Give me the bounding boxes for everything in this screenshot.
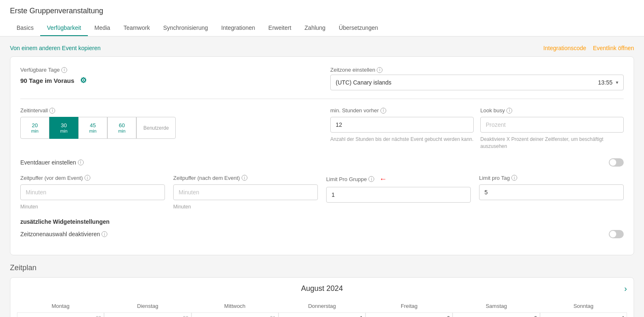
cal-cell-sat[interactable]: 3 (453, 312, 540, 317)
limit-day-input[interactable] (479, 184, 624, 200)
look-busy-info-icon[interactable]: i (506, 108, 512, 114)
day-num-30: 30 (107, 315, 188, 317)
interval-20[interactable]: 20min (20, 117, 49, 139)
min-hours-label: min. Stunden vorher i (330, 107, 474, 114)
min-hours-hint: Anzahl der Stunden bis der nächste Event… (330, 136, 474, 143)
event-duration-label: Eventdauer einstellen i (20, 159, 84, 166)
look-busy-field: Look busy i Deaktiviere X Prozent deiner… (480, 107, 624, 150)
tab-erweitert[interactable]: Erweitert (262, 20, 298, 36)
settings-card: Verfügbare Tage i 90 Tage im Voraus ⚙ Ze… (10, 56, 634, 255)
day-num-29: 29 (20, 315, 101, 317)
limit-group-input[interactable] (326, 187, 471, 203)
cal-cell-fri[interactable]: 2 09:00 - 17:00 (366, 312, 453, 317)
cal-cell-wed[interactable]: 31 09:00 - 17:00 (191, 312, 278, 317)
interval-section: Zeitintervall i 20min 30min 45min 60min (20, 107, 314, 142)
cal-cell-mon[interactable]: 29 09:00 - 17:00 (17, 312, 104, 317)
weekday-sun: Sonntag (540, 300, 627, 312)
tab-integrationen[interactable]: Integrationen (215, 20, 262, 36)
day-num-3: 3 (455, 315, 537, 317)
limit-day-label: Limit pro Tag i (479, 175, 624, 181)
available-days-section: Verfügbare Tage i 90 Tage im Voraus ⚙ (20, 67, 314, 90)
interval-30[interactable]: 30min (49, 117, 78, 139)
timezone-label: Zeitzone einstellen i (330, 67, 624, 73)
calendar-week-row: 29 09:00 - 17:00 30 09:00 - 17:00 31 09:… (17, 312, 627, 317)
interval-45[interactable]: 45min (78, 117, 107, 139)
event-duration-row: Eventdauer einstellen i (20, 158, 624, 167)
right-links: Integrationscode Eventlink öffnen (543, 45, 634, 51)
buffer-after-label: Zeitpuffer (nach dem Event) i (173, 175, 318, 181)
timezone-disable-label: Zeitzonenauswahl deaktivieren i (20, 231, 107, 237)
weekday-tue: Dienstag (104, 300, 191, 312)
limit-group-label: Limit Pro Gruppe i ← (326, 175, 471, 184)
weekday-fri: Freitag (366, 300, 453, 312)
timezone-select[interactable]: (UTC) Canary islands 13:55 ▾ (330, 75, 624, 90)
limit-group-info-icon[interactable]: i (368, 176, 374, 182)
buffer-before-field: Zeitpuffer (vor dem Event) i Minuten (20, 175, 165, 211)
copy-from-event-link[interactable]: Von einem anderen Event kopieren (10, 45, 101, 51)
look-busy-hint: Deaktiviere X Prozent deiner Zeitfenster… (480, 136, 624, 150)
right-fields: min. Stunden vorher i Anzahl der Stunden… (330, 107, 624, 150)
calendar-card: August 2024 › Montag Dienstag Mittwoch D… (10, 277, 634, 317)
interval-info-icon[interactable]: i (49, 108, 55, 114)
interval-buttons: 20min 30min 45min 60min Benutzerde (20, 117, 314, 139)
tab-synchronisierung[interactable]: Synchronisierung (157, 20, 215, 36)
page-title: Erste Gruppenveranstaltung (10, 7, 634, 15)
buffer-before-label: Zeitpuffer (vor dem Event) i (20, 175, 165, 181)
limit-day-info-icon[interactable]: i (511, 175, 517, 181)
day-num-2: 2 (368, 315, 450, 317)
event-duration-info-icon[interactable]: i (78, 160, 84, 165)
page-header: Erste Gruppenveranstaltung Basics Verfüg… (0, 0, 644, 36)
buffer-before-unit: Minuten (20, 203, 165, 211)
event-duration-toggle[interactable] (609, 158, 624, 167)
day-num-4: 4 (543, 315, 624, 317)
available-days-info-icon[interactable]: i (61, 67, 67, 73)
tab-ubersetzungen[interactable]: Übersetzungen (332, 20, 385, 36)
min-hours-info-icon[interactable]: i (380, 108, 386, 114)
available-days-label: Verfügbare Tage i (20, 67, 314, 73)
tab-verfugbarkeit[interactable]: Verfügbarkeit (40, 20, 88, 36)
timezone-info-icon[interactable]: i (377, 67, 383, 73)
cal-cell-tue[interactable]: 30 09:00 - 17:00 (104, 312, 191, 317)
limit-group-field: Limit Pro Gruppe i ← (326, 175, 471, 211)
buffer-after-field: Zeitpuffer (nach dem Event) i Minuten (173, 175, 318, 211)
nav-tabs: Basics Verfügbarkeit Media Teamwork Sync… (10, 20, 634, 36)
buffer-after-unit: Minuten (173, 203, 318, 211)
look-busy-input[interactable] (480, 117, 624, 133)
calendar-next-icon[interactable]: › (624, 284, 627, 293)
timezone-disable-toggle[interactable] (609, 230, 624, 238)
zeitplan-title: Zeitplan (10, 264, 634, 272)
timezone-value: (UTC) Canary islands (336, 79, 392, 86)
buffer-before-input[interactable] (20, 184, 165, 200)
calendar-weekday-headers: Montag Dienstag Mittwoch Donnerstag Frei… (17, 300, 627, 312)
integration-code-link[interactable]: Integrationscode (543, 45, 586, 51)
tab-media[interactable]: Media (88, 20, 117, 36)
tab-teamwork[interactable]: Teamwork (117, 20, 157, 36)
day-num-31: 31 (194, 315, 276, 317)
day-num-1: 1 (281, 315, 363, 317)
timezone-section: Zeitzone einstellen i (UTC) Canary islan… (330, 67, 624, 90)
divider-1 (20, 99, 624, 99)
weekday-thu: Donnerstag (278, 300, 366, 312)
timezone-disable-row: Zeitzonenauswahl deaktivieren i (20, 230, 624, 238)
chevron-down-icon: ▾ (616, 80, 618, 85)
buffer-after-input[interactable] (173, 184, 318, 200)
cal-cell-thu[interactable]: 1 09:00 - 17:00 (278, 312, 366, 317)
cal-cell-sun[interactable]: 4 (540, 312, 627, 317)
content-area: Von einem anderen Event kopieren Integra… (0, 36, 644, 317)
gear-icon[interactable]: ⚙ (77, 75, 89, 86)
buffer-before-info-icon[interactable]: i (85, 175, 90, 181)
interval-custom[interactable]: Benutzerde (136, 117, 176, 139)
interval-60[interactable]: 60min (107, 117, 136, 139)
buffer-after-info-icon[interactable]: i (242, 175, 247, 181)
top-settings-row: Verfügbare Tage i 90 Tage im Voraus ⚙ Ze… (20, 67, 624, 90)
tab-basics[interactable]: Basics (10, 20, 40, 36)
min-hours-input[interactable] (330, 117, 474, 133)
timezone-disable-info-icon[interactable]: i (102, 231, 107, 237)
timezone-time: 13:55 ▾ (598, 79, 618, 86)
tab-zahlung[interactable]: Zahlung (298, 20, 332, 36)
calendar-month-year: August 2024 (301, 284, 343, 293)
limit-day-field: Limit pro Tag i (479, 175, 624, 211)
event-link-open[interactable]: Eventlink öffnen (593, 45, 634, 51)
top-actions: Von einem anderen Event kopieren Integra… (10, 45, 634, 51)
calendar-header: August 2024 › (17, 284, 627, 293)
